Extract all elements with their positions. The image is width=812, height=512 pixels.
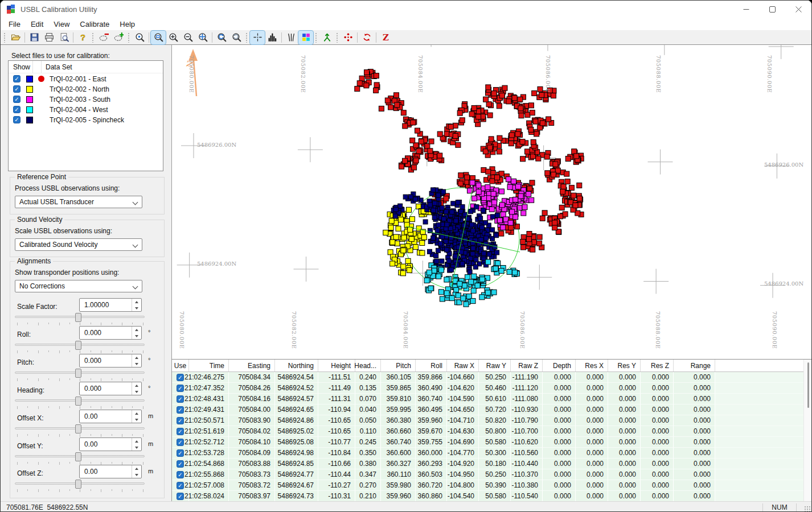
toolbar-grip[interactable]: [3, 32, 6, 43]
zoom-in-button[interactable]: [166, 31, 181, 44]
print-preview-button[interactable]: [56, 31, 71, 44]
table-row[interactable]: ✓21:02:54.868705083.885486924.85-110.660…: [172, 459, 812, 469]
table-row[interactable]: ✓21:02:47.352705084.265486924.52-111.490…: [172, 383, 812, 394]
column-dataset[interactable]: Data Set: [42, 63, 163, 71]
spin-up-button[interactable]: [132, 299, 141, 305]
column-header-rawz[interactable]: Raw Z: [511, 360, 543, 371]
column-header-roll[interactable]: Roll: [416, 360, 447, 371]
value-spinner[interactable]: 0.000: [79, 326, 142, 340]
slider-thumb[interactable]: [75, 369, 81, 378]
value-spinner[interactable]: 0.00: [79, 465, 142, 478]
menu-help[interactable]: Help: [114, 19, 140, 30]
print-button[interactable]: [42, 31, 56, 44]
column-header-range[interactable]: Range: [674, 360, 715, 371]
spin-down-button[interactable]: [132, 305, 141, 311]
spin-down-button[interactable]: [132, 472, 141, 478]
spin-down-button[interactable]: [132, 416, 141, 423]
table-row[interactable]: ✓21:02:49.431705084.005486924.65-110.940…: [172, 404, 812, 415]
column-header-easting[interactable]: Easting: [229, 360, 275, 371]
zoom-out-button[interactable]: [181, 31, 195, 44]
dataset-row[interactable]: ✓TrQI-02-002 - North: [9, 84, 163, 94]
slider-thumb[interactable]: [75, 397, 81, 406]
value-spinner[interactable]: 0.000: [79, 354, 142, 368]
toolbar-grip[interactable]: [245, 32, 248, 43]
column-header-pitch[interactable]: Pitch: [381, 360, 416, 371]
toolbar-grip[interactable]: [336, 32, 339, 43]
spin-up-button[interactable]: [132, 465, 141, 472]
value-spinner[interactable]: 0.00: [79, 410, 142, 423]
menu-file[interactable]: File: [3, 19, 26, 30]
spin-up-button[interactable]: [132, 438, 141, 444]
scatter-spray-button[interactable]: [284, 31, 298, 44]
slider-thumb[interactable]: [75, 313, 81, 322]
column-header-rawy[interactable]: Raw Y: [479, 360, 511, 371]
depth-z-button[interactable]: Z: [378, 31, 393, 44]
zoom-extents-button[interactable]: [195, 31, 210, 44]
use-checkbox[interactable]: ✓: [177, 460, 184, 468]
table-row[interactable]: ✓21:02:53.728705084.095486924.98-110.840…: [172, 448, 812, 459]
value-spinner[interactable]: 0.000: [79, 382, 142, 395]
table-row[interactable]: ✓21:02:58.024705083.975486924.73-110.310…: [172, 491, 812, 501]
show-checkbox[interactable]: ✓: [13, 75, 20, 82]
combo-sound-velocity[interactable]: Calibrated Sound Velocity: [15, 238, 142, 251]
column-header-resy[interactable]: Res Y: [608, 360, 641, 371]
toolbar-grip[interactable]: [315, 32, 318, 43]
use-checkbox[interactable]: ✓: [177, 406, 184, 414]
use-checkbox[interactable]: ✓: [177, 449, 184, 457]
column-header-head[interactable]: Head...: [355, 360, 381, 371]
slider-thumb[interactable]: [75, 480, 81, 489]
dataset-row[interactable]: ✓TrQI-02-001 - East: [9, 74, 163, 84]
spin-up-button[interactable]: [132, 354, 141, 361]
scrollbar-thumb[interactable]: [807, 362, 809, 408]
column-header-northing[interactable]: Northing: [275, 360, 318, 371]
close-button[interactable]: [785, 1, 811, 18]
spin-up-button[interactable]: [132, 382, 141, 389]
use-checkbox[interactable]: ✓: [177, 395, 184, 403]
dataset-row[interactable]: ✓TrQI-02-004 - West: [9, 105, 163, 114]
menu-edit[interactable]: Edit: [26, 19, 48, 30]
dataset-row[interactable]: ✓TrQI-02-005 - Spincheck: [9, 115, 163, 125]
use-checkbox[interactable]: ✓: [177, 417, 184, 424]
slider-thumb[interactable]: [75, 341, 81, 350]
open-file-button[interactable]: [8, 31, 23, 44]
combo-reference-point[interactable]: Actual USBL Transducer: [15, 196, 142, 208]
use-checkbox[interactable]: ✓: [177, 385, 184, 392]
calibration-file-list[interactable]: ShowData Set✓TrQI-02-001 - East✓TrQI-02-…: [8, 60, 163, 171]
column-header-resz[interactable]: Res Z: [641, 360, 674, 371]
column-header-rawx[interactable]: Raw X: [447, 360, 479, 371]
select-points-button[interactable]: [111, 31, 126, 44]
observation-table[interactable]: UseTimeEastingNorthingHeightHead...Pitch…: [171, 359, 812, 501]
spin-up-button[interactable]: [132, 327, 141, 333]
menu-view[interactable]: View: [48, 19, 75, 30]
beacon-positions-button[interactable]: [341, 31, 355, 44]
spin-check-button[interactable]: [359, 31, 374, 44]
column-header-use[interactable]: Use: [172, 360, 189, 371]
dataset-row[interactable]: ✓TrQI-02-003 - South: [9, 94, 163, 104]
show-checkbox[interactable]: ✓: [13, 116, 20, 123]
table-row[interactable]: ✓21:02:48.431705084.165486924.57-111.310…: [172, 394, 812, 404]
zoom-previous-button[interactable]: [214, 31, 229, 44]
column-show[interactable]: Show: [9, 61, 33, 73]
toolbar-grip[interactable]: [92, 32, 95, 43]
zoom-next-button[interactable]: [229, 31, 244, 44]
table-row[interactable]: ✓21:02:55.868705083.735486924.77-110.440…: [172, 469, 812, 480]
slider-thumb[interactable]: [75, 452, 81, 461]
spin-down-button[interactable]: [132, 361, 141, 367]
maximize-button[interactable]: [759, 1, 785, 18]
table-row[interactable]: ✓21:02:46.275705084.345486924.54-111.510…: [172, 372, 812, 383]
help-button[interactable]: ?: [75, 31, 90, 44]
combo-alignments[interactable]: No Corrections: [15, 280, 142, 292]
column-header-height[interactable]: Height: [318, 360, 355, 371]
slider-thumb[interactable]: [75, 424, 81, 433]
spin-down-button[interactable]: [132, 333, 141, 339]
zoom-box-button[interactable]: [151, 31, 166, 44]
table-row[interactable]: ✓21:02:50.571705083.905486924.86-110.650…: [172, 415, 812, 426]
table-row[interactable]: ✓21:02:52.712705084.105486925.08-110.770…: [172, 437, 812, 448]
plot-canvas[interactable]: N: [172, 45, 812, 359]
show-checkbox[interactable]: ✓: [13, 106, 20, 113]
table-row[interactable]: ✓21:02:57.008705083.725486924.67-110.270…: [172, 480, 812, 491]
use-checkbox[interactable]: ✓: [177, 493, 184, 500]
spin-down-button[interactable]: [132, 444, 141, 451]
color-datasets-button[interactable]: [298, 31, 313, 44]
resize-grip[interactable]: [803, 505, 810, 512]
